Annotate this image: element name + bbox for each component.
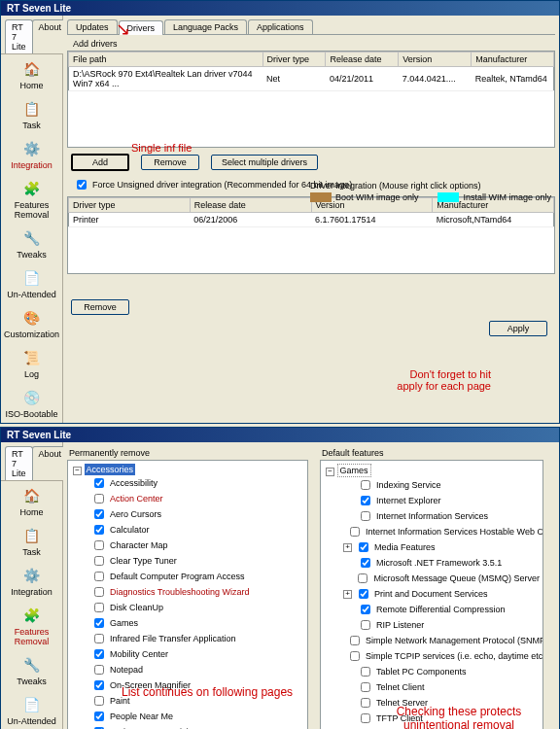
- tree-checkbox[interactable]: [350, 636, 360, 645]
- tab-rt7lite-2[interactable]: RT 7 Lite: [5, 446, 33, 480]
- tree-item[interactable]: Default Computer Program Access: [71, 569, 304, 584]
- tree-checkbox[interactable]: [94, 556, 104, 566]
- tree-checkbox[interactable]: [94, 712, 104, 721]
- tree-checkbox[interactable]: [361, 667, 370, 677]
- tree-item[interactable]: Infrared File Transfer Application: [71, 631, 304, 646]
- tree-item[interactable]: Character Map: [71, 538, 304, 553]
- sidebar-customization[interactable]: 🎨Customization: [1, 303, 62, 343]
- tree-item[interactable]: + Media Features: [324, 539, 540, 555]
- tree-checkbox[interactable]: [359, 542, 368, 552]
- tree-item[interactable]: Projector Connectivity: [71, 724, 304, 729]
- remove-button[interactable]: Remove: [141, 155, 199, 170]
- tree-item[interactable]: Aero Cursors: [71, 506, 304, 522]
- tree-checkbox[interactable]: [94, 603, 104, 612]
- tree-item[interactable]: Telnet Client: [324, 679, 540, 695]
- tree-checkbox[interactable]: [94, 649, 104, 659]
- tree-item[interactable]: Disk CleanUp: [71, 600, 304, 615]
- tree-item[interactable]: RIP Listener: [324, 617, 540, 633]
- tree-item[interactable]: Tablet PC Components: [324, 664, 540, 679]
- apply-button[interactable]: Apply: [489, 321, 547, 336]
- cell[interactable]: Realtek, NTamd64: [472, 67, 554, 91]
- sidebar-task[interactable]: 📋Task: [1, 94, 62, 134]
- tree-item[interactable]: + Print and Document Services: [324, 586, 540, 602]
- col-header[interactable]: Driver type: [69, 198, 191, 213]
- tree-checkbox[interactable]: [94, 634, 104, 643]
- tree-item[interactable]: Microsoft Message Queue (MSMQ) Server: [324, 571, 540, 586]
- tree-checkbox[interactable]: [361, 713, 370, 723]
- tree-item[interactable]: Games: [71, 615, 304, 631]
- sidebar-home[interactable]: 🏠Home: [1, 54, 62, 94]
- tree-item[interactable]: Internet Information Services: [324, 508, 540, 524]
- tree-item[interactable]: Microsoft .NET Framework 3.5.1: [324, 555, 540, 571]
- tree-checkbox[interactable]: [94, 587, 104, 597]
- sidebar-tweaks[interactable]: 🔧Tweaks: [1, 650, 62, 690]
- col-header[interactable]: Release date: [190, 198, 311, 213]
- expand-icon[interactable]: +: [343, 590, 352, 599]
- cell[interactable]: 6.1.7601.17514: [311, 213, 433, 227]
- cell[interactable]: 06/21/2006: [190, 213, 311, 227]
- tree-collapse-icon-2[interactable]: −: [326, 468, 334, 476]
- tree-item[interactable]: Diagnostics Troubleshooting Wizard: [71, 584, 304, 600]
- tab-rt7lite[interactable]: RT 7 Lite: [5, 19, 33, 53]
- tree-checkbox[interactable]: [361, 511, 370, 521]
- tree-item[interactable]: Internet Explorer: [324, 493, 540, 508]
- tree-checkbox[interactable]: [94, 509, 104, 519]
- tree-checkbox[interactable]: [359, 589, 368, 599]
- sidebar-log[interactable]: 📜Log: [1, 343, 62, 383]
- tree-item[interactable]: Simple Network Management Protocol (SNMP…: [324, 633, 540, 648]
- tab-updates[interactable]: Updates: [67, 19, 118, 34]
- tree-item[interactable]: Indexing Service: [324, 477, 540, 493]
- force-unsigned-checkbox[interactable]: [77, 180, 87, 190]
- tree-item[interactable]: Remote Differential Compression: [324, 602, 540, 617]
- col-header[interactable]: Version: [399, 52, 472, 67]
- def-tree[interactable]: − Games Indexing Service Internet Explor…: [320, 460, 543, 729]
- sidebar-integration[interactable]: ⚙️Integration: [1, 134, 62, 174]
- cell[interactable]: 7.044.0421....: [399, 67, 472, 91]
- col-header[interactable]: Manufacturer: [472, 52, 554, 67]
- tree-item[interactable]: Internet Information Services Hostable W…: [324, 524, 540, 539]
- tree-checkbox[interactable]: [94, 540, 104, 550]
- cell[interactable]: Microsoft,NTamd64: [433, 213, 554, 227]
- sidebar-iso-bootable[interactable]: 💿ISO-Bootable: [1, 383, 62, 423]
- sidebar-tweaks[interactable]: 🔧Tweaks: [1, 224, 62, 263]
- tree-collapse-icon[interactable]: −: [73, 467, 82, 475]
- tree-checkbox[interactable]: [94, 572, 104, 581]
- tree-checkbox[interactable]: [94, 680, 104, 690]
- sidebar-features-removal[interactable]: 🧩Features Removal: [1, 601, 62, 650]
- cell[interactable]: Printer: [69, 213, 191, 227]
- tree-checkbox[interactable]: [94, 494, 104, 503]
- tree-checkbox[interactable]: [94, 525, 104, 535]
- tree-checkbox[interactable]: [361, 682, 370, 692]
- tree-checkbox[interactable]: [361, 605, 370, 614]
- tree-checkbox[interactable]: [361, 496, 370, 505]
- tree-checkbox[interactable]: [94, 618, 104, 628]
- cell[interactable]: D:\ASRock 970 Ext4\Realtek Lan driver v7…: [69, 67, 263, 91]
- add-button[interactable]: Add: [71, 154, 129, 171]
- tree-checkbox[interactable]: [350, 651, 360, 661]
- tree-checkbox[interactable]: [94, 696, 104, 706]
- tree-item[interactable]: Accessibility: [71, 475, 304, 491]
- sidebar-features-removal[interactable]: 🧩Features Removal: [1, 174, 62, 224]
- tree-item[interactable]: People Near Me: [71, 709, 304, 724]
- tab-applications[interactable]: Applications: [248, 19, 313, 34]
- tree-checkbox[interactable]: [358, 573, 368, 583]
- tree-checkbox[interactable]: [361, 480, 370, 490]
- expand-icon[interactable]: +: [343, 543, 352, 552]
- tree-checkbox[interactable]: [94, 478, 104, 488]
- sidebar-integration[interactable]: ⚙️Integration: [1, 561, 62, 601]
- tree-item[interactable]: Simple TCPIP services (i.e. echo, daytim…: [324, 648, 540, 664]
- sidebar-task[interactable]: 📋Task: [1, 521, 62, 561]
- sidebar-un-attended[interactable]: 📄Un-Attended: [1, 690, 62, 729]
- cell[interactable]: Net: [262, 67, 326, 91]
- tree-item[interactable]: Mobility Center: [71, 646, 304, 662]
- tree-item[interactable]: Clear Type Tuner: [71, 553, 304, 569]
- col-header[interactable]: File path: [69, 52, 263, 67]
- cell[interactable]: 04/21/2011: [326, 67, 399, 91]
- select-multiple-button[interactable]: Select multiple drivers: [211, 155, 318, 170]
- remove-button-2[interactable]: Remove: [71, 299, 129, 315]
- tab-language-packs[interactable]: Language Packs: [164, 19, 247, 34]
- tree-item[interactable]: Notepad: [71, 662, 304, 677]
- tree-checkbox[interactable]: [361, 698, 370, 708]
- tree-checkbox[interactable]: [361, 620, 370, 630]
- tree-checkbox[interactable]: [94, 665, 104, 675]
